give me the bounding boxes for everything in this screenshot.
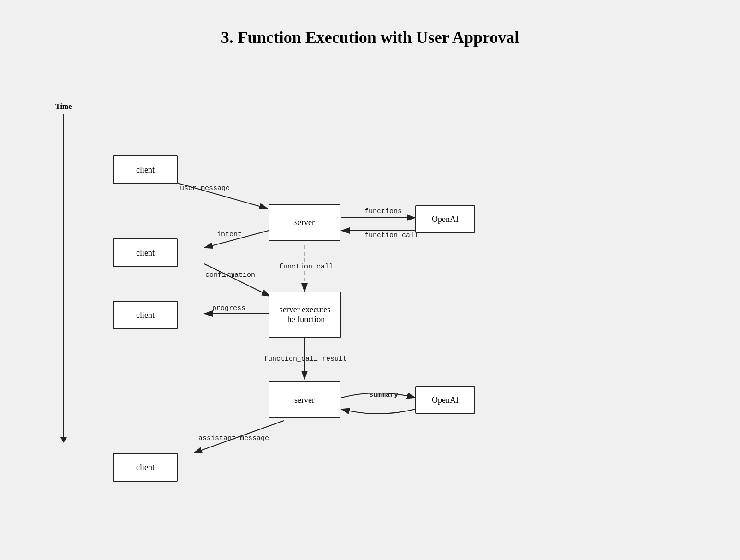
page: 3. Function Execution with User Approval…	[0, 0, 740, 560]
label-assistant-message: assistant message	[198, 435, 269, 442]
page-title: 3. Function Execution with User Approval	[0, 0, 740, 66]
server-exec-label: server executes the function	[280, 305, 330, 324]
client1-label: client	[136, 165, 155, 175]
client3-label: client	[136, 310, 155, 320]
label-confirmation: confirmation	[205, 271, 255, 279]
server1-box: server	[269, 204, 340, 241]
time-arrow-icon	[60, 437, 67, 443]
client2-box: client	[113, 238, 178, 267]
client4-label: client	[136, 463, 155, 472]
arrows-svg	[0, 66, 740, 560]
openai2-box: OpenAI	[415, 386, 475, 414]
label-progress: progress	[212, 304, 245, 312]
label-functions: functions	[364, 208, 402, 215]
client2-label: client	[136, 248, 155, 258]
client3-box: client	[113, 301, 178, 329]
label-summary: summary	[369, 391, 398, 399]
client1-box: client	[113, 155, 178, 184]
openai2-label: OpenAI	[432, 395, 459, 405]
time-label: Time	[55, 102, 72, 111]
openai1-label: OpenAI	[432, 214, 459, 224]
svg-line-6	[204, 264, 270, 296]
server1-label: server	[294, 218, 315, 227]
openai1-box: OpenAI	[415, 205, 475, 233]
label-function-call-return: function_call	[364, 232, 418, 239]
server2-label: server	[294, 395, 315, 405]
time-line	[63, 114, 64, 437]
client4-box: client	[113, 453, 178, 482]
label-function-call-dashed: function_call	[279, 263, 333, 271]
diagram-area: Time	[0, 66, 740, 560]
server2-box: server	[269, 381, 340, 418]
label-intent: intent	[217, 231, 242, 238]
server-exec-box: server executes the function	[269, 292, 341, 338]
label-function-call-result: function_call result	[264, 355, 347, 363]
label-user-message: user message	[180, 185, 230, 192]
time-axis: Time	[55, 102, 72, 443]
